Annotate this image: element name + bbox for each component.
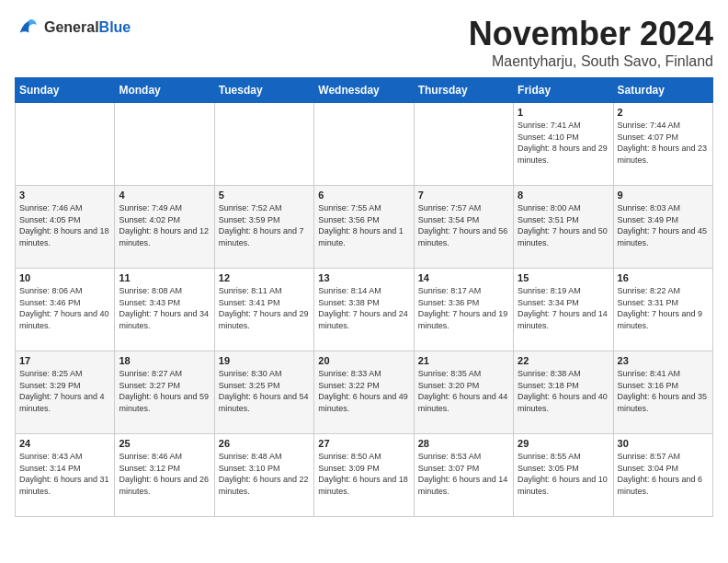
calendar-cell: 1Sunrise: 7:41 AM Sunset: 4:10 PM Daylig… — [514, 103, 613, 186]
calendar-cell: 30Sunrise: 8:57 AM Sunset: 3:04 PM Dayli… — [613, 434, 712, 517]
calendar-cell: 12Sunrise: 8:11 AM Sunset: 3:41 PM Dayli… — [214, 269, 313, 351]
location-title: Maentyharju, South Savo, Finland — [469, 53, 713, 70]
calendar-week-3: 10Sunrise: 8:06 AM Sunset: 3:46 PM Dayli… — [16, 269, 713, 351]
day-number: 12 — [219, 272, 310, 283]
calendar-cell: 19Sunrise: 8:30 AM Sunset: 3:25 PM Dayli… — [214, 351, 313, 434]
day-info: Sunrise: 8:46 AM Sunset: 3:12 PM Dayligh… — [119, 451, 210, 497]
calendar-cell: 25Sunrise: 8:46 AM Sunset: 3:12 PM Dayli… — [115, 434, 214, 517]
day-number: 30 — [618, 438, 709, 449]
calendar-cell: 16Sunrise: 8:22 AM Sunset: 3:31 PM Dayli… — [613, 269, 712, 351]
calendar-cell: 13Sunrise: 8:14 AM Sunset: 3:38 PM Dayli… — [314, 269, 414, 351]
title-area: November 2024 Maentyharju, South Savo, F… — [469, 15, 713, 70]
calendar-cell: 18Sunrise: 8:27 AM Sunset: 3:27 PM Dayli… — [115, 351, 214, 434]
calendar-cell: 15Sunrise: 8:19 AM Sunset: 3:34 PM Dayli… — [514, 269, 613, 351]
calendar-cell: 6Sunrise: 7:55 AM Sunset: 3:56 PM Daylig… — [314, 186, 414, 269]
day-info: Sunrise: 8:08 AM Sunset: 3:43 PM Dayligh… — [119, 285, 210, 331]
day-number: 9 — [618, 190, 709, 201]
logo-bird-icon — [15, 15, 40, 40]
day-info: Sunrise: 8:35 AM Sunset: 3:20 PM Dayligh… — [418, 368, 509, 414]
day-info: Sunrise: 8:41 AM Sunset: 3:16 PM Dayligh… — [618, 368, 709, 414]
day-info: Sunrise: 8:30 AM Sunset: 3:25 PM Dayligh… — [219, 368, 310, 414]
weekday-header-sunday: Sunday — [16, 78, 115, 103]
day-number: 4 — [119, 190, 210, 201]
calendar-cell: 9Sunrise: 8:03 AM Sunset: 3:49 PM Daylig… — [613, 186, 712, 269]
day-info: Sunrise: 8:48 AM Sunset: 3:10 PM Dayligh… — [219, 451, 310, 497]
day-info: Sunrise: 8:25 AM Sunset: 3:29 PM Dayligh… — [19, 368, 110, 414]
day-number: 2 — [618, 107, 709, 118]
calendar-cell: 3Sunrise: 7:46 AM Sunset: 4:05 PM Daylig… — [16, 186, 115, 269]
day-number: 5 — [219, 190, 310, 201]
calendar-cell: 24Sunrise: 8:43 AM Sunset: 3:14 PM Dayli… — [16, 434, 115, 517]
calendar-cell: 7Sunrise: 7:57 AM Sunset: 3:54 PM Daylig… — [414, 186, 513, 269]
day-number: 11 — [119, 272, 210, 283]
calendar-cell: 27Sunrise: 8:50 AM Sunset: 3:09 PM Dayli… — [314, 434, 414, 517]
calendar-cell: 5Sunrise: 7:52 AM Sunset: 3:59 PM Daylig… — [214, 186, 313, 269]
calendar-cell — [115, 103, 214, 186]
day-number: 1 — [518, 107, 609, 118]
day-number: 13 — [318, 272, 409, 283]
calendar-cell: 23Sunrise: 8:41 AM Sunset: 3:16 PM Dayli… — [613, 351, 712, 434]
calendar-cell: 8Sunrise: 8:00 AM Sunset: 3:51 PM Daylig… — [514, 186, 613, 269]
day-number: 21 — [418, 355, 509, 366]
weekday-header-thursday: Thursday — [414, 78, 513, 103]
calendar-cell — [214, 103, 313, 186]
day-number: 14 — [418, 272, 509, 283]
day-info: Sunrise: 7:49 AM Sunset: 4:02 PM Dayligh… — [119, 202, 210, 248]
day-number: 26 — [219, 438, 310, 449]
day-number: 18 — [119, 355, 210, 366]
logo-general: GeneralBlue — [44, 19, 131, 36]
day-info: Sunrise: 8:11 AM Sunset: 3:41 PM Dayligh… — [219, 285, 310, 331]
day-info: Sunrise: 8:55 AM Sunset: 3:05 PM Dayligh… — [518, 451, 609, 497]
day-number: 24 — [19, 438, 110, 449]
day-number: 6 — [318, 190, 409, 201]
day-info: Sunrise: 8:03 AM Sunset: 3:49 PM Dayligh… — [618, 202, 709, 248]
calendar-cell: 28Sunrise: 8:53 AM Sunset: 3:07 PM Dayli… — [414, 434, 513, 517]
day-info: Sunrise: 8:00 AM Sunset: 3:51 PM Dayligh… — [518, 202, 609, 248]
day-info: Sunrise: 8:43 AM Sunset: 3:14 PM Dayligh… — [19, 451, 110, 497]
calendar-cell: 4Sunrise: 7:49 AM Sunset: 4:02 PM Daylig… — [115, 186, 214, 269]
day-info: Sunrise: 8:38 AM Sunset: 3:18 PM Dayligh… — [518, 368, 609, 414]
calendar-cell: 21Sunrise: 8:35 AM Sunset: 3:20 PM Dayli… — [414, 351, 513, 434]
calendar-cell — [414, 103, 513, 186]
calendar-cell: 17Sunrise: 8:25 AM Sunset: 3:29 PM Dayli… — [16, 351, 115, 434]
day-number: 19 — [219, 355, 310, 366]
day-number: 3 — [19, 190, 110, 201]
weekday-header-monday: Monday — [115, 78, 214, 103]
day-info: Sunrise: 8:57 AM Sunset: 3:04 PM Dayligh… — [618, 451, 709, 497]
day-number: 16 — [618, 272, 709, 283]
day-info: Sunrise: 8:06 AM Sunset: 3:46 PM Dayligh… — [19, 285, 110, 331]
day-info: Sunrise: 7:57 AM Sunset: 3:54 PM Dayligh… — [418, 202, 509, 248]
calendar-week-4: 17Sunrise: 8:25 AM Sunset: 3:29 PM Dayli… — [16, 351, 713, 434]
calendar-cell: 14Sunrise: 8:17 AM Sunset: 3:36 PM Dayli… — [414, 269, 513, 351]
day-info: Sunrise: 7:46 AM Sunset: 4:05 PM Dayligh… — [19, 202, 110, 248]
day-info: Sunrise: 7:52 AM Sunset: 3:59 PM Dayligh… — [219, 202, 310, 248]
calendar-table: SundayMondayTuesdayWednesdayThursdayFrid… — [15, 77, 713, 517]
calendar-header: SundayMondayTuesdayWednesdayThursdayFrid… — [16, 78, 713, 103]
calendar-cell — [16, 103, 115, 186]
day-number: 28 — [418, 438, 509, 449]
day-number: 22 — [518, 355, 609, 366]
weekday-header-wednesday: Wednesday — [314, 78, 414, 103]
weekday-header-friday: Friday — [514, 78, 613, 103]
day-number: 8 — [518, 190, 609, 201]
day-number: 23 — [618, 355, 709, 366]
day-info: Sunrise: 8:27 AM Sunset: 3:27 PM Dayligh… — [119, 368, 210, 414]
day-info: Sunrise: 8:14 AM Sunset: 3:38 PM Dayligh… — [318, 285, 409, 331]
day-info: Sunrise: 7:55 AM Sunset: 3:56 PM Dayligh… — [318, 202, 409, 248]
calendar-cell: 26Sunrise: 8:48 AM Sunset: 3:10 PM Dayli… — [214, 434, 313, 517]
day-info: Sunrise: 8:53 AM Sunset: 3:07 PM Dayligh… — [418, 451, 509, 497]
day-number: 20 — [318, 355, 409, 366]
weekday-header-saturday: Saturday — [613, 78, 712, 103]
calendar-week-1: 1Sunrise: 7:41 AM Sunset: 4:10 PM Daylig… — [16, 103, 713, 186]
weekday-header-row: SundayMondayTuesdayWednesdayThursdayFrid… — [16, 78, 713, 103]
calendar-body: 1Sunrise: 7:41 AM Sunset: 4:10 PM Daylig… — [16, 103, 713, 517]
calendar-cell: 10Sunrise: 8:06 AM Sunset: 3:46 PM Dayli… — [16, 269, 115, 351]
calendar-cell: 20Sunrise: 8:33 AM Sunset: 3:22 PM Dayli… — [314, 351, 414, 434]
calendar-cell: 2Sunrise: 7:44 AM Sunset: 4:07 PM Daylig… — [613, 103, 712, 186]
day-number: 25 — [119, 438, 210, 449]
day-number: 29 — [518, 438, 609, 449]
calendar-week-5: 24Sunrise: 8:43 AM Sunset: 3:14 PM Dayli… — [16, 434, 713, 517]
day-number: 10 — [19, 272, 110, 283]
day-number: 27 — [318, 438, 409, 449]
day-info: Sunrise: 8:33 AM Sunset: 3:22 PM Dayligh… — [318, 368, 409, 414]
